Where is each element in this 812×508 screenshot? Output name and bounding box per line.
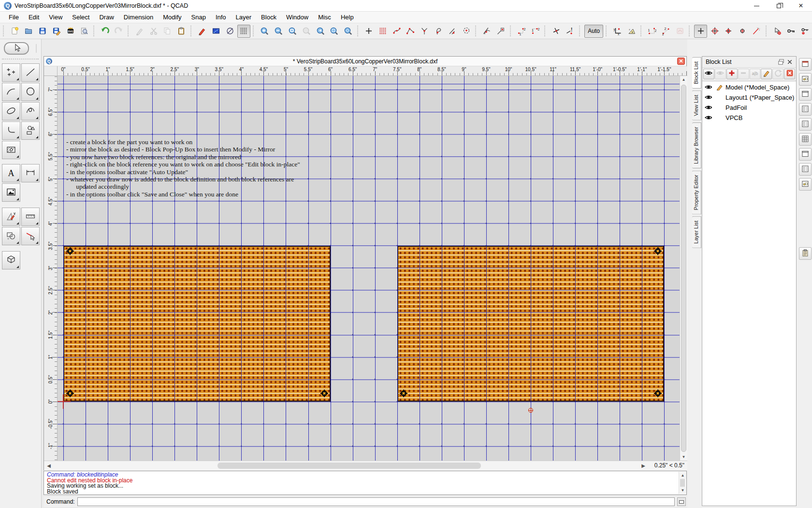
undo-button[interactable] [99, 25, 112, 38]
block-visibility-toggle[interactable] [702, 113, 714, 122]
dock-tab-layer-list[interactable]: Layer List [692, 216, 701, 248]
block-reference-marker[interactable] [654, 247, 662, 255]
snap-endpoints-button[interactable] [404, 25, 417, 38]
draw-color-button[interactable] [196, 25, 209, 38]
block-list-row[interactable]: Model (*Model_Space) [702, 82, 796, 92]
circle-tools-button[interactable] [21, 83, 40, 101]
pcb-board-left[interactable] [63, 246, 331, 402]
reference-point-marker[interactable] [528, 408, 533, 413]
purge-block-button[interactable] [784, 69, 795, 79]
menu-layer[interactable]: Layer [231, 12, 257, 22]
horizontal-scrollbar[interactable]: ◀ ▶ 0.25" < 0.5" [44, 461, 687, 470]
minimize-button[interactable] [745, 0, 768, 12]
edit-block-button[interactable] [761, 69, 772, 79]
dimension-tools-button[interactable] [21, 164, 40, 182]
dock-button-1[interactable] [799, 58, 812, 71]
history-scroll-thumb[interactable] [680, 479, 685, 487]
snap-center-button[interactable] [460, 25, 473, 38]
block-reference-marker[interactable] [400, 389, 407, 397]
document-close-button[interactable]: ✕ [677, 58, 685, 65]
zoom-in-button[interactable] [258, 25, 271, 38]
block-visibility-toggle[interactable] [702, 103, 714, 112]
menu-dimension[interactable]: Dimension [119, 12, 158, 22]
scroll-left-icon[interactable]: ◀ [45, 461, 53, 470]
history-scroll-up-icon[interactable]: ▲ [679, 472, 686, 479]
line-tools-button[interactable] [21, 63, 40, 82]
line-style-button[interactable] [209, 25, 222, 38]
relative-polar-button[interactable]: 21 [660, 25, 673, 38]
insert-block-button[interactable] [772, 69, 783, 79]
paste-reference-button[interactable] [674, 25, 687, 38]
save-button[interactable] [36, 25, 49, 38]
crosshair-toggle-button[interactable] [694, 25, 707, 38]
dock-tab-property-editor[interactable]: Property Editor [692, 170, 701, 214]
set-relative-zero-button[interactable] [798, 25, 812, 38]
hscroll-thumb[interactable] [218, 463, 481, 469]
dock-button-7[interactable] [799, 148, 812, 161]
angle-snap-button[interactable] [750, 25, 763, 38]
scroll-down-icon[interactable]: ▼ [680, 453, 687, 461]
lock-relative-zero-button[interactable] [784, 25, 798, 38]
reference-point-mid-button[interactable] [722, 25, 735, 38]
snap-intersection-button[interactable] [418, 25, 431, 38]
arc-tools-button[interactable] [2, 83, 20, 101]
rename-block-button[interactable]: a|b [750, 69, 761, 79]
no-hatch-button[interactable] [223, 25, 236, 38]
add-block-button[interactable] [726, 69, 738, 79]
snap-on-entity-button[interactable] [432, 25, 445, 38]
block-name[interactable]: Model (*Model_Space) [725, 84, 789, 91]
polyline-tools-button[interactable] [2, 121, 20, 140]
new-file-button[interactable] [8, 25, 21, 38]
remove-block-button[interactable] [738, 69, 749, 79]
scroll-right-icon[interactable]: ▶ [639, 461, 647, 470]
drafting-tools-button[interactable] [2, 208, 20, 226]
pan-zoom-button[interactable] [342, 25, 355, 38]
block-name[interactable]: Layout1 (*Paper_Space) [725, 94, 794, 101]
menu-window[interactable]: Window [281, 12, 313, 22]
menu-edit[interactable]: Edit [24, 12, 44, 22]
grid-toggle-button[interactable] [237, 25, 250, 38]
block-visibility-toggle[interactable] [702, 93, 714, 102]
dock-tab-view-list[interactable]: View List [692, 90, 701, 120]
pcb-board-right[interactable] [397, 246, 665, 402]
open-file-button[interactable] [22, 25, 35, 38]
float-panel-button[interactable] [777, 58, 785, 66]
restore-button[interactable] [768, 0, 790, 12]
copy-button[interactable] [161, 25, 174, 38]
hatch-tools-button[interactable] [2, 141, 20, 159]
restrict-horizontal-button[interactable]: 12 [515, 25, 528, 38]
dock-button-6[interactable] [799, 133, 812, 146]
dock-button-9[interactable] [799, 178, 812, 191]
snap-perpendicular-button[interactable] [446, 25, 459, 38]
block-reference-marker[interactable] [654, 389, 662, 397]
restrict-orthogonal-button[interactable] [550, 25, 563, 38]
dock-button-2[interactable] [799, 73, 812, 86]
point-tools-button[interactable] [2, 63, 20, 82]
relative-cartesian-button[interactable]: 12 [646, 25, 659, 38]
ellipse-tools-button[interactable] [2, 102, 20, 120]
snap-distance-button[interactable]: ! [564, 25, 577, 38]
menu-draw[interactable]: Draw [94, 12, 118, 22]
block-name[interactable]: VPCB [725, 114, 742, 121]
block-reference-marker[interactable] [66, 247, 74, 255]
menu-snap[interactable]: Snap [187, 12, 211, 22]
dock-tab-library-browser[interactable]: Library Browser [692, 122, 701, 168]
isometric-tools-button[interactable] [2, 251, 20, 269]
select-reference-button[interactable] [770, 25, 783, 38]
zoom-out-button[interactable] [272, 25, 285, 38]
reference-point-full-button[interactable] [708, 25, 721, 38]
command-input[interactable] [77, 497, 675, 506]
menu-block[interactable]: Block [256, 12, 281, 22]
coordinate-polar-button[interactable]: ra [625, 25, 638, 38]
menu-info[interactable]: Info [211, 12, 231, 22]
export-svg-button[interactable]: SVG [64, 25, 77, 38]
erase-button[interactable] [133, 25, 146, 38]
print-preview-button[interactable] [78, 25, 91, 38]
hide-all-blocks-button[interactable] [715, 69, 726, 79]
command-options-button[interactable] [677, 497, 686, 506]
spline-tools-button[interactable] [21, 102, 40, 120]
auto-update-toggle-button[interactable]: Auto [584, 25, 604, 38]
restrict-vertical-button[interactable]: 12 [529, 25, 542, 38]
image-tools-button[interactable] [2, 183, 20, 202]
close-button[interactable]: × [790, 0, 812, 12]
